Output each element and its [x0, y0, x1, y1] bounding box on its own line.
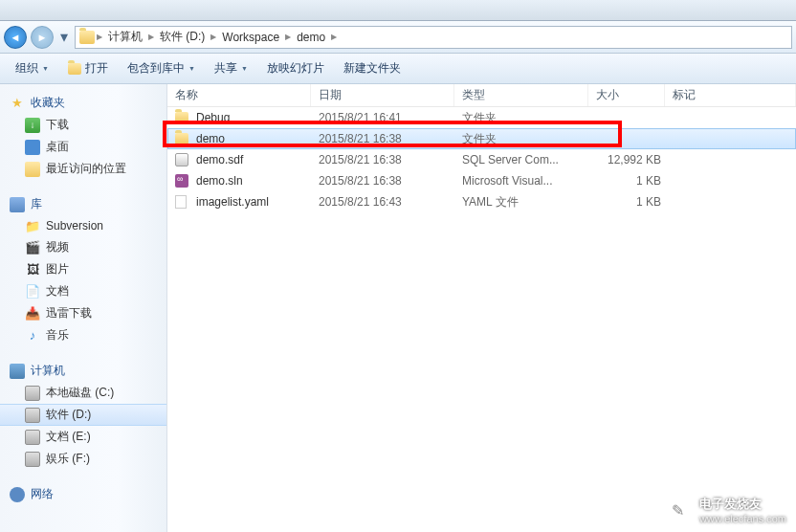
sidebar-drive-e[interactable]: 文档 (E:) [0, 426, 166, 448]
sidebar-drive-f[interactable]: 娱乐 (F:) [0, 448, 166, 470]
chevron-right-icon: ▶ [285, 33, 291, 41]
file-type: YAML 文件 [462, 194, 596, 211]
computer-group[interactable]: 计算机 [0, 360, 166, 382]
video-icon: 🎬 [25, 240, 40, 255]
sidebar-pictures[interactable]: 🖼图片 [0, 258, 166, 280]
desktop-icon [25, 140, 40, 155]
file-type: 文件夹 [462, 110, 596, 126]
sidebar-recent[interactable]: 最近访问的位置 [0, 158, 166, 180]
download-icon: ↓ [25, 118, 40, 133]
watermark: ✎ 电子发烧友 www.elecfans.com [665, 496, 786, 524]
chevron-down-icon: ▼ [241, 65, 248, 72]
sidebar-documents[interactable]: 📄文档 [0, 280, 166, 302]
sidebar-desktop[interactable]: 桌面 [0, 136, 166, 158]
sidebar-xunlei[interactable]: 📥迅雷下载 [0, 302, 166, 324]
file-name: demo.sdf [192, 153, 319, 166]
sidebar-music[interactable]: ♪音乐 [0, 324, 166, 346]
file-size: 1 KB [596, 174, 673, 188]
recent-icon [25, 162, 40, 177]
file-type: 文件夹 [462, 131, 596, 147]
favorites-group[interactable]: ★收藏夹 [0, 92, 166, 114]
watermark-url: www.elecfans.com [699, 513, 786, 524]
chevron-right-icon: ▶ [97, 33, 102, 41]
file-date: 2015/8/21 16:38 [319, 153, 462, 166]
organize-menu[interactable]: 组织 ▼ [8, 56, 56, 80]
drive-icon [25, 452, 40, 467]
file-size: 12,992 KB [596, 153, 673, 166]
column-size[interactable]: 大小 [588, 84, 665, 106]
file-row[interactable]: Debug2015/8/21 16:41文件夹 [167, 107, 796, 128]
watermark-name: 电子发烧友 [699, 496, 786, 513]
column-type[interactable]: 类型 [454, 84, 588, 106]
xunlei-icon: 📥 [25, 306, 40, 321]
file-name: imagelist.yaml [192, 195, 319, 209]
file-size: 1 KB [596, 195, 673, 209]
database-icon [175, 153, 188, 166]
subversion-icon: 📁 [25, 218, 40, 233]
file-name: Debug [192, 111, 319, 124]
sidebar-drive-c[interactable]: 本地磁盘 (C:) [0, 382, 166, 404]
chevron-right-icon: ▶ [148, 33, 154, 41]
folder-icon [175, 112, 188, 123]
open-button[interactable]: 打开 [60, 56, 116, 80]
drive-icon [25, 430, 40, 445]
file-type: SQL Server Com... [462, 153, 596, 166]
back-button[interactable]: ◄ [4, 26, 27, 49]
chevron-down-icon: ▼ [188, 65, 195, 72]
file-date: 2015/8/21 16:38 [319, 132, 462, 145]
folder-icon [68, 63, 81, 75]
drive-icon [25, 386, 40, 401]
file-type: Microsoft Visual... [462, 174, 596, 188]
document-icon: 📄 [25, 284, 40, 299]
breadcrumb-computer[interactable]: 计算机 [104, 29, 146, 45]
sidebar-drive-d[interactable]: 软件 (D:) [0, 404, 166, 426]
include-library-menu[interactable]: 包含到库中 ▼ [120, 56, 203, 80]
star-icon: ★ [10, 96, 25, 111]
network-icon [10, 487, 25, 502]
solution-icon [175, 174, 188, 188]
file-list: Debug2015/8/21 16:41文件夹demo2015/8/21 16:… [167, 107, 796, 212]
navigation-bar: ◄ ► ▾ ▶ 计算机 ▶ 软件 (D:) ▶ Workspace ▶ demo… [0, 21, 796, 54]
history-dropdown[interactable]: ▾ [57, 28, 71, 47]
network-group[interactable]: 网络 [0, 483, 166, 505]
file-row[interactable]: demo.sdf2015/8/21 16:38SQL Server Com...… [167, 149, 796, 170]
file-name: demo.sln [192, 174, 319, 188]
sidebar-videos[interactable]: 🎬视频 [0, 236, 166, 258]
file-row[interactable]: demo.sln2015/8/21 16:38Microsoft Visual.… [167, 170, 796, 191]
picture-icon: 🖼 [25, 262, 40, 277]
music-icon: ♪ [25, 328, 40, 344]
file-date: 2015/8/21 16:43 [319, 195, 462, 209]
share-menu[interactable]: 共享 ▼ [207, 56, 255, 80]
watermark-logo-icon: ✎ [665, 497, 692, 523]
sidebar-downloads[interactable]: ↓下载 [0, 114, 166, 136]
forward-button[interactable]: ► [31, 26, 54, 49]
drive-icon [25, 408, 40, 423]
address-bar[interactable]: ▶ 计算机 ▶ 软件 (D:) ▶ Workspace ▶ demo ▶ [75, 26, 792, 49]
chevron-right-icon: ▶ [210, 33, 216, 41]
column-headers: 名称 日期 类型 大小 标记 [167, 84, 796, 107]
window-titlebar [0, 0, 796, 21]
command-toolbar: 组织 ▼ 打开 包含到库中 ▼ 共享 ▼ 放映幻灯片 新建文件夹 [0, 54, 796, 84]
column-date[interactable]: 日期 [311, 84, 454, 106]
sidebar-subversion[interactable]: 📁Subversion [0, 215, 166, 236]
file-row[interactable]: demo2015/8/21 16:38文件夹 [167, 128, 796, 149]
new-folder-button[interactable]: 新建文件夹 [336, 56, 409, 80]
column-name[interactable]: 名称 [167, 84, 311, 106]
computer-icon [10, 364, 25, 379]
breadcrumb-workspace[interactable]: Workspace [218, 31, 283, 44]
file-row[interactable]: imagelist.yaml2015/8/21 16:43YAML 文件1 KB [167, 191, 796, 212]
navigation-pane: ★收藏夹 ↓下载 桌面 最近访问的位置 库 📁Subversion 🎬视频 🖼图… [0, 84, 167, 532]
libraries-group[interactable]: 库 [0, 193, 166, 215]
file-view: 名称 日期 类型 大小 标记 Debug2015/8/21 16:41文件夹de… [167, 84, 796, 532]
chevron-right-icon: ▶ [331, 33, 337, 41]
file-icon [175, 195, 187, 209]
chevron-down-icon: ▼ [42, 65, 49, 72]
column-tag[interactable]: 标记 [665, 84, 796, 106]
file-name: demo [192, 132, 319, 145]
file-date: 2015/8/21 16:38 [319, 174, 462, 188]
folder-icon [79, 31, 95, 44]
breadcrumb-drive[interactable]: 软件 (D:) [156, 29, 209, 45]
breadcrumb-demo[interactable]: demo [293, 31, 329, 44]
slideshow-button[interactable]: 放映幻灯片 [259, 56, 332, 80]
folder-icon [175, 133, 188, 144]
